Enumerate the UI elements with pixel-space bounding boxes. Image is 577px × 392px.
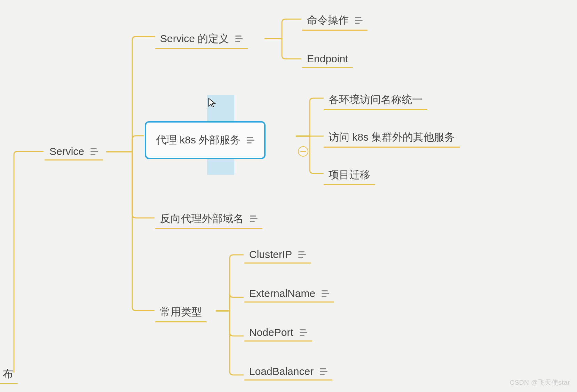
node-label: ClusterIP (249, 249, 292, 260)
node-label: ExternalName (249, 288, 315, 299)
node-env-names[interactable]: 各环境访问名称统一 (324, 91, 427, 110)
node-types[interactable]: 常用类型 (155, 303, 207, 322)
notes-icon (300, 329, 307, 336)
notes-icon (90, 148, 98, 155)
notes-icon (322, 290, 329, 297)
node-label: 项目迁移 (329, 168, 370, 182)
node-label: Service (49, 146, 84, 157)
notes-icon (247, 137, 254, 143)
node-service[interactable]: Service (45, 143, 103, 160)
node-nodeport[interactable]: NodePort (244, 324, 312, 342)
notes-icon (298, 251, 306, 258)
mindmap-canvas[interactable]: 布 Service Service 的定义 命令操作 Endpoint 代理 k… (0, 0, 577, 392)
node-loadbalancer[interactable]: LoadBalancer (244, 363, 332, 381)
node-label: Endpoint (307, 53, 348, 65)
node-other-svc[interactable]: 访问 k8s 集群外的其他服务 (324, 128, 460, 148)
root-node-partial[interactable]: 布 (0, 365, 18, 384)
node-label: Service 的定义 (160, 32, 229, 46)
notes-icon (320, 368, 327, 375)
collapse-toggle[interactable] (298, 146, 308, 157)
notes-icon (355, 17, 363, 24)
node-label: LoadBalancer (249, 366, 314, 377)
node-label: 代理 k8s 外部服务 (156, 133, 240, 147)
node-label: 访问 k8s 集群外的其他服务 (329, 130, 455, 144)
node-label: NodePort (249, 327, 293, 338)
node-externalname[interactable]: ExternalName (244, 285, 334, 303)
node-cmd[interactable]: 命令操作 (302, 11, 367, 31)
node-clusterip[interactable]: ClusterIP (244, 246, 311, 264)
node-label: 反向代理外部域名 (160, 212, 244, 226)
node-reverse-proxy[interactable]: 反向代理外部域名 (155, 210, 262, 229)
root-label: 布 (3, 367, 13, 381)
node-definition[interactable]: Service 的定义 (155, 30, 248, 49)
node-migrate[interactable]: 项目迁移 (324, 166, 375, 185)
notes-icon (235, 36, 243, 42)
notes-icon (250, 215, 258, 222)
node-proxy-k8s[interactable]: 代理 k8s 外部服务 (145, 121, 266, 159)
node-endpoint[interactable]: Endpoint (302, 51, 353, 68)
node-label: 常用类型 (160, 305, 202, 319)
node-label: 命令操作 (307, 13, 349, 28)
watermark: CSDN @飞天使star (509, 378, 570, 387)
node-label: 各环境访问名称统一 (329, 93, 422, 107)
